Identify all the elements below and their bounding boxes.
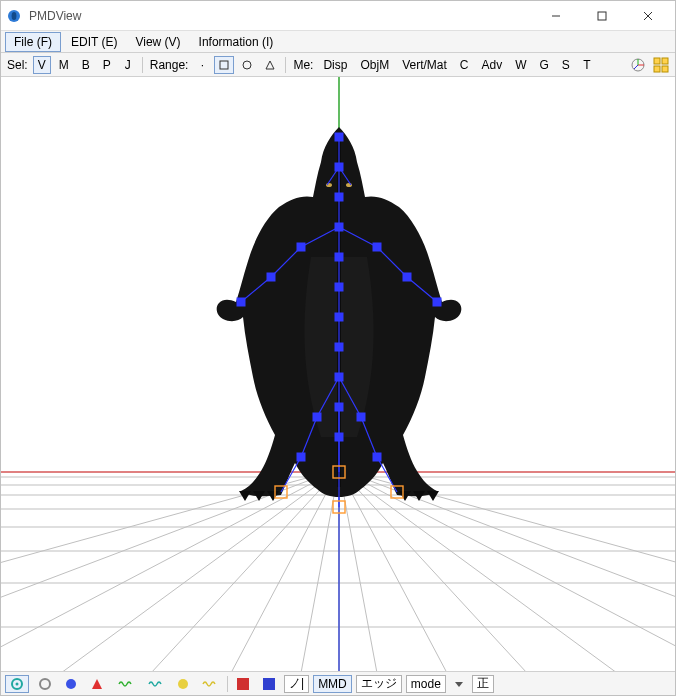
disp-wave-teal-icon[interactable] bbox=[143, 675, 169, 693]
svg-rect-69 bbox=[433, 298, 441, 306]
disp-circle-teal-icon[interactable] bbox=[5, 675, 29, 693]
minimize-button[interactable] bbox=[533, 1, 579, 31]
svg-rect-64 bbox=[297, 243, 305, 251]
svg-point-45 bbox=[326, 183, 332, 187]
axis-preset-icon[interactable] bbox=[628, 56, 648, 74]
mmd-button[interactable]: MMD bbox=[313, 675, 352, 693]
quad-view-icon[interactable] bbox=[651, 56, 671, 74]
disp-dot-blue-icon[interactable] bbox=[61, 675, 81, 693]
svg-rect-65 bbox=[267, 273, 275, 281]
me-label: Me: bbox=[291, 58, 315, 72]
sel-b-button[interactable]: B bbox=[77, 56, 95, 74]
menubar: File (F) EDIT (E) View (V) Information (… bbox=[1, 31, 675, 53]
me-c-button[interactable]: C bbox=[455, 56, 474, 74]
mode-dropdown-icon[interactable] bbox=[450, 675, 468, 693]
svg-rect-54 bbox=[335, 163, 343, 171]
svg-rect-55 bbox=[335, 193, 343, 201]
svg-rect-2 bbox=[598, 12, 606, 20]
range-box-button[interactable] bbox=[214, 56, 234, 74]
svg-rect-73 bbox=[373, 453, 381, 461]
svg-rect-62 bbox=[335, 403, 343, 411]
me-objm-button[interactable]: ObjM bbox=[355, 56, 394, 74]
svg-rect-63 bbox=[335, 433, 343, 441]
bottom-bar: ノ| MMD エッジ mode 正 bbox=[1, 671, 675, 695]
me-w-button[interactable]: W bbox=[510, 56, 531, 74]
range-triangle-button[interactable] bbox=[260, 56, 280, 74]
svg-point-46 bbox=[346, 183, 352, 187]
me-g-button[interactable]: G bbox=[535, 56, 554, 74]
maximize-button[interactable] bbox=[579, 1, 625, 31]
svg-rect-68 bbox=[403, 273, 411, 281]
svg-rect-56 bbox=[335, 223, 343, 231]
disp-ring-gray-icon[interactable] bbox=[33, 675, 57, 693]
separator bbox=[285, 57, 286, 73]
viewport-3d[interactable] bbox=[1, 77, 675, 671]
svg-rect-61 bbox=[335, 373, 343, 381]
window-title: PMDView bbox=[29, 9, 533, 23]
close-button[interactable] bbox=[625, 1, 671, 31]
svg-marker-7 bbox=[266, 61, 274, 69]
svg-rect-66 bbox=[237, 298, 245, 306]
palette-blue-icon[interactable] bbox=[258, 675, 280, 693]
svg-rect-15 bbox=[662, 66, 668, 72]
svg-line-11 bbox=[634, 65, 638, 69]
toolbar: Sel: V M B P J Range: · Me: Disp ObjM Ve… bbox=[1, 53, 675, 77]
me-s-button[interactable]: S bbox=[557, 56, 575, 74]
separator bbox=[227, 676, 228, 692]
titlebar: PMDView bbox=[1, 1, 675, 31]
svg-rect-12 bbox=[654, 58, 660, 64]
menu-edit[interactable]: EDIT (E) bbox=[63, 33, 125, 51]
front-view-button[interactable]: 正 bbox=[472, 675, 494, 693]
sel-p-button[interactable]: P bbox=[98, 56, 116, 74]
app-icon bbox=[5, 7, 23, 25]
svg-rect-58 bbox=[335, 283, 343, 291]
me-t-button[interactable]: T bbox=[578, 56, 596, 74]
mode-button[interactable]: mode bbox=[406, 675, 446, 693]
separator bbox=[142, 57, 143, 73]
svg-rect-60 bbox=[335, 343, 343, 351]
sel-v-button[interactable]: V bbox=[33, 56, 51, 74]
sel-j-button[interactable]: J bbox=[119, 56, 137, 74]
me-disp-button[interactable]: Disp bbox=[318, 56, 352, 74]
normal-button[interactable]: ノ| bbox=[284, 675, 309, 693]
palette-red-icon[interactable] bbox=[232, 675, 254, 693]
svg-point-80 bbox=[40, 679, 50, 689]
svg-rect-72 bbox=[357, 413, 365, 421]
range-circle-button[interactable] bbox=[237, 56, 257, 74]
svg-rect-14 bbox=[654, 66, 660, 72]
range-label: Range: bbox=[148, 58, 191, 72]
menu-file[interactable]: File (F) bbox=[5, 32, 61, 52]
disp-triangle-red-icon[interactable] bbox=[85, 675, 109, 693]
edge-button[interactable]: エッジ bbox=[356, 675, 402, 693]
svg-point-6 bbox=[243, 61, 251, 69]
svg-rect-13 bbox=[662, 58, 668, 64]
sel-label: Sel: bbox=[5, 58, 30, 72]
disp-dot-yellow-icon[interactable] bbox=[173, 675, 193, 693]
range-dot-button[interactable]: · bbox=[193, 56, 211, 74]
svg-rect-57 bbox=[335, 253, 343, 261]
svg-rect-71 bbox=[297, 453, 305, 461]
svg-rect-70 bbox=[313, 413, 321, 421]
disp-wave-green-icon[interactable] bbox=[113, 675, 139, 693]
svg-point-79 bbox=[16, 682, 19, 685]
svg-marker-81 bbox=[92, 679, 102, 689]
svg-marker-82 bbox=[455, 682, 463, 687]
sel-m-button[interactable]: M bbox=[54, 56, 74, 74]
svg-rect-53 bbox=[335, 133, 343, 141]
svg-rect-59 bbox=[335, 313, 343, 321]
svg-rect-5 bbox=[220, 61, 228, 69]
me-adv-button[interactable]: Adv bbox=[477, 56, 508, 74]
me-vertmat-button[interactable]: Vert/Mat bbox=[397, 56, 452, 74]
disp-wave-yellow-icon[interactable] bbox=[197, 675, 223, 693]
svg-rect-67 bbox=[373, 243, 381, 251]
menu-information[interactable]: Information (I) bbox=[191, 33, 282, 51]
menu-view[interactable]: View (V) bbox=[127, 33, 188, 51]
